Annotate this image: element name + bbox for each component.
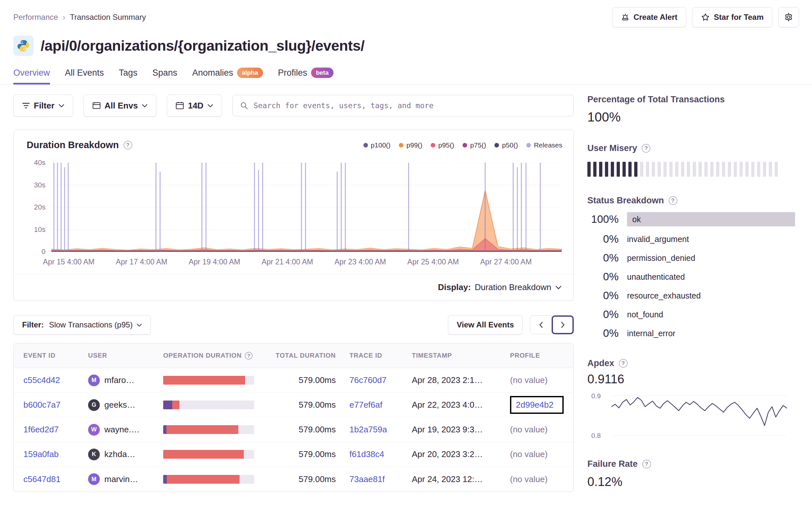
user-misery-bar <box>722 162 725 177</box>
previous-page-button[interactable] <box>530 316 552 334</box>
total-duration-cell: 579.00ms <box>275 425 349 434</box>
user-misery-bar <box>587 162 591 177</box>
profile-link[interactable]: 2d99e4b2 <box>516 400 554 410</box>
help-icon[interactable]: ? <box>123 141 132 149</box>
legend-item-p50[interactable]: p50() <box>494 141 518 149</box>
status-pct: 0% <box>587 271 618 283</box>
trace-id-link[interactable]: 76c760d7 <box>349 375 412 385</box>
status-pct: 0% <box>587 290 618 302</box>
user-misery-bar <box>599 162 602 177</box>
chart-legend: p100() p99() p95() p75() p50() Releases <box>364 141 562 149</box>
tab-tags[interactable]: Tags <box>119 67 138 85</box>
trace-id-link[interactable]: 1b2a759a <box>349 425 412 434</box>
timestamp-cell: Apr 24, 2023 12:… <box>412 474 510 484</box>
op-bar-http-segment <box>163 450 244 459</box>
help-icon[interactable]: ? <box>245 352 253 360</box>
status-label: not_found <box>627 310 663 319</box>
settings-button[interactable] <box>778 7 799 27</box>
status-label: internal_error <box>627 329 675 338</box>
op-bar-db-segment <box>163 475 167 484</box>
y-tick: 20s <box>34 203 46 211</box>
transactions-filter-dropdown[interactable]: Filter: Slow Transactions (p95) <box>13 315 151 335</box>
status-row: 0% internal_error <box>587 327 795 339</box>
tab-profiles[interactable]: Profiles beta <box>278 67 334 85</box>
profile-cell: (no value) <box>510 449 564 459</box>
user-name: marvin… <box>104 474 138 484</box>
user-misery-bar <box>611 162 614 177</box>
next-page-button[interactable] <box>552 316 574 334</box>
legend-item-p99[interactable]: p99() <box>399 141 422 149</box>
page-title: /api/0/organizations/{organization_slug}… <box>40 37 365 54</box>
legend-item-p75[interactable]: p75() <box>463 141 486 149</box>
total-duration-cell: 579.00ms <box>275 474 349 484</box>
alpha-badge: alpha <box>237 67 263 78</box>
column-timestamp: Timestamp <box>412 352 510 359</box>
status-breakdown-section: Status Breakdown ? 100% ok 0% invalid_ar… <box>587 196 795 339</box>
date-range-dropdown-button[interactable]: 14D <box>167 94 222 117</box>
help-icon[interactable]: ? <box>619 359 628 368</box>
total-duration-cell: 579.00ms <box>275 375 349 385</box>
breadcrumb: Performance › Transaction Summary <box>13 12 146 22</box>
user-misery-bar <box>751 162 754 177</box>
trace-id-link[interactable]: 73aae81f <box>349 474 412 484</box>
user-misery-bar <box>622 162 626 177</box>
filter-dropdown-button[interactable]: Filter <box>13 94 73 117</box>
apdex-sparkline-canvas <box>611 391 787 440</box>
transaction-summary-page: Performance › Transaction Summary Create… <box>0 0 812 510</box>
apdex-tick: 0.9 <box>591 392 601 400</box>
transactions-filter-label: Filter: <box>22 320 44 329</box>
legend-item-p95[interactable]: p95() <box>431 141 454 149</box>
help-icon[interactable]: ? <box>642 144 650 153</box>
tab-overview[interactable]: Overview <box>13 67 50 85</box>
user-misery-bar <box>769 162 772 177</box>
user-misery-bar <box>710 162 714 177</box>
transactions-filter-value: Slow Transactions (p95) <box>49 320 133 329</box>
help-icon[interactable]: ? <box>669 196 677 205</box>
y-tick: 0 <box>41 247 46 256</box>
display-dropdown[interactable]: Display: Duration Breakdown <box>13 274 573 300</box>
event-id-link[interactable]: 159a0fab <box>23 449 88 459</box>
trace-id-link[interactable]: e77ef6af <box>349 400 412 410</box>
title-row: /api/0/organizations/{organization_slug}… <box>0 27 812 56</box>
trace-id-link[interactable]: f61d38c4 <box>349 449 412 459</box>
user-misery-bar <box>617 162 620 177</box>
profile-cell: (no value) <box>510 425 564 434</box>
chevron-down-icon <box>142 103 148 108</box>
search-input[interactable] <box>254 95 566 116</box>
x-tick: Apr 27 4:00 AM <box>480 258 532 266</box>
star-for-team-button[interactable]: Star for Team <box>692 7 772 27</box>
operation-duration-cell <box>163 425 275 434</box>
chevron-left-icon <box>539 321 543 328</box>
event-id-link[interactable]: c55c4d42 <box>23 375 88 385</box>
op-bar-http-segment <box>167 425 238 434</box>
apdex-value: 0.9116 <box>587 372 795 386</box>
operation-duration-cell <box>163 450 275 459</box>
apdex-tick: 0.8 <box>591 432 601 440</box>
y-tick: 10s <box>34 226 46 234</box>
event-id-link[interactable]: b600c7a7 <box>23 400 88 410</box>
percent-total-section: Percentage of Total Transactions 100% <box>587 94 795 124</box>
tab-anomalies[interactable]: Anomalies alpha <box>192 67 263 85</box>
beta-badge: beta <box>311 67 334 78</box>
legend-dot <box>399 143 403 148</box>
legend-label: p95() <box>438 141 454 149</box>
duration-chart[interactable]: 40s 30s 20s 10s 0 Apr 15 4:00 AM Apr 17 … <box>13 163 573 272</box>
event-id-link[interactable]: c5647d81 <box>23 474 88 484</box>
tab-all-events[interactable]: All Events <box>65 67 104 85</box>
create-alert-button[interactable]: Create Alert <box>612 7 686 27</box>
topbar: Performance › Transaction Summary Create… <box>0 0 812 27</box>
breadcrumb-performance[interactable]: Performance <box>13 13 58 22</box>
status-pct: 0% <box>587 252 618 264</box>
status-breakdown-title: Status Breakdown <box>587 196 664 206</box>
legend-item-p100[interactable]: p100() <box>364 141 391 149</box>
user-misery-bar <box>687 162 690 177</box>
legend-dot <box>526 143 531 148</box>
x-tick: Apr 25 4:00 AM <box>407 258 459 266</box>
legend-item-releases[interactable]: Releases <box>526 141 562 149</box>
environment-dropdown-button[interactable]: All Envs <box>84 94 157 117</box>
event-id-link[interactable]: 1f6ed2d7 <box>23 425 88 434</box>
tab-spans[interactable]: Spans <box>152 67 177 85</box>
help-icon[interactable]: ? <box>642 460 651 469</box>
status-row: 0% resource_exhausted <box>587 290 795 302</box>
view-all-events-button[interactable]: View All Events <box>448 315 523 335</box>
